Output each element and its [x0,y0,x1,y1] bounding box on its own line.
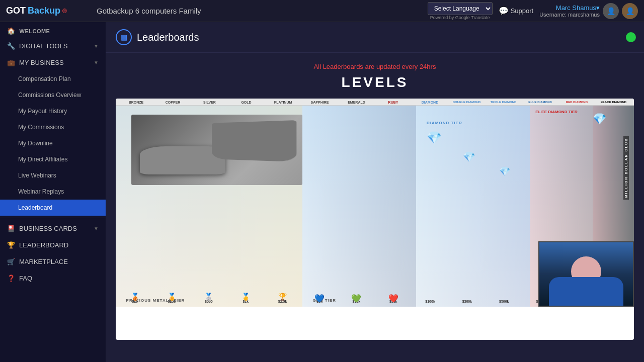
sidebar-item-leaderboard[interactable]: Leaderboard [0,200,106,216]
logo-mark: ® [62,8,67,15]
chevron-down-icon-2: ▼ [94,60,99,65]
compensation-plan-label: Compensation Plan [18,75,71,82]
cards-icon: 🎴 [7,225,15,232]
sidebar-item-commissions-overview[interactable]: Commissions Overview [0,87,106,103]
tier-label-ruby: RUBY [375,101,412,104]
page-header-title: Leaderboards [137,32,199,43]
page-header: ▤ Leaderboards [106,22,644,53]
tier-label-blue-diamond: BLUE DIAMOND [522,101,558,104]
tier-label-gold: GOLD [228,101,265,104]
levels-title: LEVELS [116,74,634,90]
leaderboard-label: Leaderboard [18,204,52,211]
gem-ruby: ❤️ [388,294,398,303]
support-label: Support [511,7,534,15]
page-title: Gotbackup 6 computers Family [97,7,428,15]
tier-label-black-diamond: BLACK DIAMOND [595,101,632,104]
leaderboard-nav-label: LEADERBOARD [19,241,68,249]
digital-tools-label: DIGITAL TOOLS [19,42,67,50]
tier-label-diamond: DIAMOND [412,101,448,104]
main-layout: 🏠 WELCOME 🔧 DIGITAL TOOLS ▼ 💼 MY BUSINES… [0,22,644,362]
tools-icon: 🔧 [7,42,15,50]
sidebar-divider-1 [0,218,106,218]
sidebar-item-webinar-replays[interactable]: Webinar Replays [0,184,106,200]
sidebar-item-faq[interactable]: ❓ FAQ [0,270,106,287]
commissions-overview-label: Commissions Overview [18,92,81,99]
bar-label-triple-diamond: $500k [499,300,509,303]
bar-label-diamond: $100k [425,300,435,303]
user-info: Marc Shamus▾ Username: marcshamus 👤 👤 [539,3,638,19]
video-overlay [538,241,634,307]
marketplace-icon: 🛒 [7,258,15,265]
medal-silver: 🥈 [204,293,213,301]
sidebar-item-my-direct-affiliates[interactable]: My Direct Affiliates [0,151,106,167]
logo[interactable]: GOT Backup ® [6,6,87,16]
sidebar-item-my-downline[interactable]: My Downline [0,135,106,151]
tier-label-copper: COPPER [154,101,191,104]
welcome-label: WELCOME [20,28,50,34]
medal-bronze: 🥉 [131,293,139,301]
webinar-replays-label: Webinar Replays [18,188,64,195]
sidebar-welcome-header: 🏠 WELCOME [0,22,106,38]
sidebar-item-business-cards[interactable]: 🎴 BUSINESS CARDS ▼ [0,220,106,237]
logo-got: GOT [6,6,26,16]
leaderboard-header-icon: ▤ [121,33,127,41]
support-button[interactable]: 💬 Support [499,6,534,16]
business-cards-label: BUSINESS CARDS [19,225,77,232]
faq-icon: ❓ [7,275,15,282]
chevron-down-icon-3: ▼ [94,226,99,231]
chart-area: PRECIOUS METALS TIER GEM TIER DIAMOND TI… [116,106,634,307]
my-downline-label: My Downline [18,140,53,147]
header-icon: ▤ [116,29,132,45]
my-direct-affiliates-label: My Direct Affiliates [18,156,67,163]
live-webinars-label: Live Webinars [18,172,56,179]
sidebar-item-compensation-plan[interactable]: Compensation Plan [0,71,106,87]
sidebar-item-my-business[interactable]: 💼 MY BUSINESS ▼ [0,54,106,71]
chevron-down-icon: ▼ [94,43,99,49]
medal-platinum: 🏆 [278,293,287,301]
tier-label-emerald: EMERALD [338,101,375,104]
tier-labels-row: BRONZE COPPER SILVER GOLD PLATINUM SAPPH… [116,99,634,106]
my-commissions-label: My Commissions [18,124,64,131]
tier-label-silver: SILVER [191,101,228,104]
sidebar-item-my-commissions[interactable]: My Commissions [0,119,106,135]
tier-label-double-diamond: DOUBLE DIAMOND [448,101,485,104]
sidebar-item-marketplace[interactable]: 🛒 MARKETPLACE [0,253,106,270]
avatar-primary[interactable]: 👤 [603,3,619,19]
tier-label-bronze: BRONZE [118,101,154,104]
gem-emerald: 💚 [351,294,361,303]
sidebar-item-digital-tools[interactable]: 🔧 DIGITAL TOOLS ▼ [0,38,106,54]
gem-sapphire: 💙 [314,294,325,303]
powered-by-label: Powered by Google Translate [430,15,490,20]
username-link[interactable]: Marc Shamus▾ [556,4,600,12]
tier-label-sapphire: SAPPHIRE [301,101,338,104]
faq-label: FAQ [19,275,32,282]
business-icon: 💼 [7,59,15,66]
topbar-right: Select Language English Spanish French P… [428,2,638,20]
bar-label-double-diamond: $300k [462,300,472,303]
payout-history-label: My Payout History [18,108,67,115]
tier-label-platinum: PLATINUM [265,101,301,104]
sidebar: 🏠 WELCOME 🔧 DIGITAL TOOLS ▼ 💼 MY BUSINES… [0,22,106,362]
username-sub: Username: marcshamus [539,12,600,18]
leaderboard-content: All Leaderboards are updated every 24hrs… [106,53,644,350]
sidebar-item-live-webinars[interactable]: Live Webinars [0,167,106,184]
tier-label-red-diamond: RED DIAMOND [558,101,595,104]
logo-backup: Backup [28,6,60,16]
avatar-secondary[interactable]: 👤 [622,3,638,19]
home-icon: 🏠 [7,27,16,35]
my-business-label: MY BUSINESS [19,59,64,66]
medal-copper: 🏅 [168,293,176,301]
topbar: GOT Backup ® Gotbackup 6 computers Famil… [0,0,644,22]
leaderboard-icon: 🏆 [7,241,15,249]
sidebar-item-leaderboard-nav[interactable]: 🏆 LEADERBOARD [0,237,106,253]
support-icon: 💬 [499,6,509,16]
tier-label-triple-diamond: TRIPLE DIAMOND [485,101,522,104]
sidebar-item-payout-history[interactable]: My Payout History [0,103,106,119]
content-area: ▤ Leaderboards All Leaderboards are upda… [106,22,644,362]
language-select[interactable]: Select Language English Spanish French [428,2,493,15]
update-notice: All Leaderboards are updated every 24hrs [116,63,634,70]
chart-container: BRONZE COPPER SILVER GOLD PLATINUM SAPPH… [116,99,634,340]
marketplace-label: MARKETPLACE [19,258,68,265]
person-body [549,277,624,306]
status-dot [626,32,636,42]
